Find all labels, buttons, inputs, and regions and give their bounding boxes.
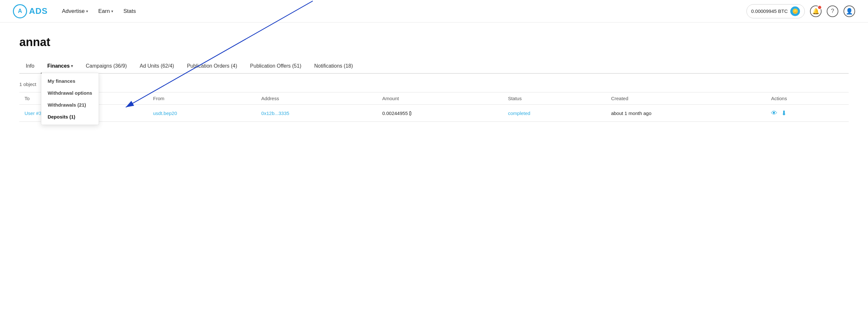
table-row: User #344064 usdt.bep20 0x12b...3335 0.0…	[19, 105, 849, 122]
cell-status: completed	[503, 105, 606, 122]
table-header: To From Address Amount Status Created Ac…	[19, 93, 849, 105]
tab-ad-units[interactable]: Ad Units (62/4)	[133, 59, 181, 74]
header-right: 0.00009945 BTC 🪙 🔔 ? 👤	[746, 4, 855, 19]
cell-created: about 1 month ago	[606, 105, 766, 122]
logo-circle: A	[13, 4, 27, 19]
main-nav: Advertise ▾ Earn ▾ Stats	[58, 5, 140, 17]
table-section: 1 object To From Address Amount Status C…	[19, 81, 849, 122]
tab-campaigns[interactable]: Campaigns (36/9)	[79, 59, 133, 74]
tab-publication-offers[interactable]: Publication Offers (51)	[244, 59, 308, 74]
table-body: User #344064 usdt.bep20 0x12b...3335 0.0…	[19, 105, 849, 122]
download-icon[interactable]: ⬇	[781, 109, 787, 117]
logo[interactable]: A ADS	[13, 4, 48, 19]
header-left: A ADS Advertise ▾ Earn ▾ Stats	[13, 4, 140, 19]
logo-text: ADS	[29, 6, 48, 16]
advertise-chevron-icon: ▾	[86, 9, 88, 13]
balance-display[interactable]: 0.00009945 BTC 🪙	[746, 4, 805, 19]
col-status: Status	[503, 93, 606, 105]
address-link[interactable]: 0x12b...3335	[261, 110, 289, 116]
col-actions: Actions	[766, 93, 849, 105]
cell-amount: 0.00244955 ₿	[377, 105, 503, 122]
finances-chevron-icon: ▾	[71, 64, 73, 68]
object-count: 1 object	[19, 81, 849, 87]
col-from: From	[148, 93, 256, 105]
tab-publication-orders[interactable]: Publication Orders (4)	[181, 59, 244, 74]
tabs-bar: Info Finances ▾ My finances Withdrawal o…	[19, 59, 849, 74]
status-badge: completed	[508, 110, 530, 116]
notifications-button[interactable]: 🔔	[810, 5, 822, 17]
col-address: Address	[256, 93, 377, 105]
finances-tab-label[interactable]: Finances ▾	[48, 63, 73, 69]
nav-stats[interactable]: Stats	[120, 5, 140, 17]
tab-notifications[interactable]: Notifications (18)	[308, 59, 359, 74]
earn-chevron-icon: ▾	[111, 9, 113, 13]
notification-badge	[817, 5, 822, 10]
cell-actions: 👁 ⬇	[766, 105, 849, 122]
nav-earn[interactable]: Earn ▾	[94, 5, 117, 17]
deposits-table: To From Address Amount Status Created Ac…	[19, 92, 849, 122]
user-profile-button[interactable]: 👤	[843, 5, 855, 17]
col-created: Created	[606, 93, 766, 105]
finances-withdrawals[interactable]: Withdrawals (21)	[41, 99, 99, 111]
help-button[interactable]: ?	[827, 5, 838, 17]
balance-value: 0.00009945 BTC	[751, 8, 788, 14]
cell-address: 0x12b...3335	[256, 105, 377, 122]
tab-finances[interactable]: Finances ▾ My finances Withdrawal option…	[41, 59, 79, 74]
main-content: annat Info Finances ▾ My finances Withdr…	[0, 23, 868, 135]
page-title: annat	[19, 35, 849, 49]
help-icon: ?	[831, 8, 834, 14]
finances-deposits[interactable]: Deposits (1)	[41, 111, 99, 123]
finances-dropdown: My finances Withdrawal options Withdrawa…	[41, 73, 99, 125]
col-amount: Amount	[377, 93, 503, 105]
view-icon[interactable]: 👁	[771, 109, 777, 117]
finances-withdrawal-options[interactable]: Withdrawal options	[41, 87, 99, 99]
finances-my-finances[interactable]: My finances	[41, 75, 99, 87]
header: A ADS Advertise ▾ Earn ▾ Stats 0.0000994…	[0, 0, 868, 23]
nav-advertise[interactable]: Advertise ▾	[58, 5, 92, 17]
cell-from: usdt.bep20	[148, 105, 256, 122]
tab-info[interactable]: Info	[19, 59, 41, 74]
action-icons: 👁 ⬇	[771, 109, 843, 117]
add-funds-icon[interactable]: 🪙	[790, 6, 800, 16]
from-link[interactable]: usdt.bep20	[153, 110, 177, 116]
user-icon: 👤	[846, 8, 853, 15]
